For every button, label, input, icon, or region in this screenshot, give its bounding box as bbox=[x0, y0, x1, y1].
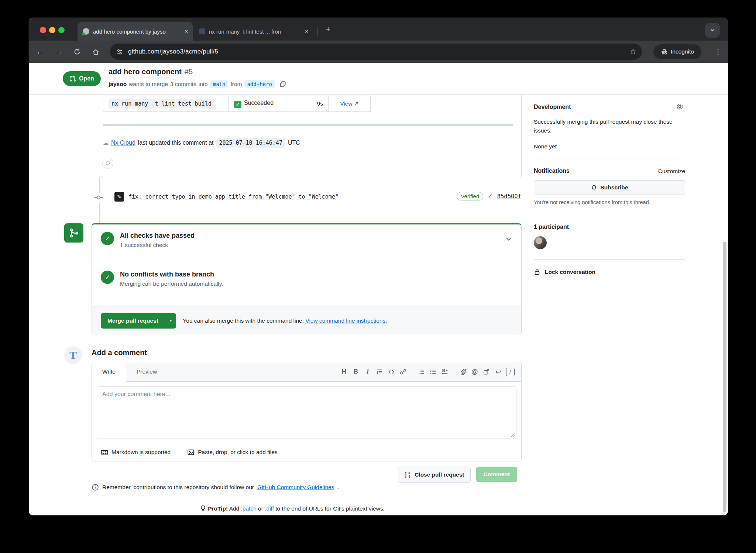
merge-button-group: Merge pull request ▾ bbox=[101, 313, 176, 329]
git-merge-icon bbox=[69, 228, 79, 238]
page-scrollbar[interactable] bbox=[723, 242, 726, 512]
check-command: nx run-many -t lint test build bbox=[109, 99, 214, 109]
close-tab-icon[interactable]: × bbox=[302, 27, 313, 35]
svg-text:1: 1 bbox=[418, 369, 420, 371]
maximize-window-button[interactable] bbox=[58, 27, 65, 33]
patch-link[interactable]: .patch bbox=[241, 505, 257, 512]
commit-marker-icon bbox=[94, 193, 103, 202]
tab-search-button[interactable] bbox=[705, 23, 720, 38]
comment-input[interactable] bbox=[97, 386, 516, 439]
close-tab-icon[interactable]: × bbox=[181, 27, 193, 35]
numbered-list-icon[interactable]: 12 bbox=[415, 365, 427, 378]
check-status: Succeeded bbox=[244, 100, 274, 106]
close-window-button[interactable] bbox=[40, 27, 46, 33]
site-settings-icon[interactable] bbox=[116, 48, 123, 55]
home-icon bbox=[92, 48, 100, 56]
caret-down-icon: ▾ bbox=[170, 318, 172, 323]
customize-link[interactable]: Customize bbox=[658, 168, 685, 175]
tab-pull-request[interactable]: add hero component by jayso × bbox=[78, 22, 193, 41]
cli-instructions-link[interactable]: View command line instructions. bbox=[305, 317, 387, 324]
update-timestamp: 2025-07-10 16:46:47 bbox=[216, 138, 285, 148]
community-guidelines-link[interactable]: GitHub Community Guidelines bbox=[257, 484, 334, 491]
code-icon[interactable] bbox=[385, 365, 397, 378]
base-branch-label[interactable]: main bbox=[210, 80, 228, 88]
external-arrow-icon: ↗ bbox=[354, 100, 359, 107]
cloud-icon: ☁ bbox=[103, 140, 109, 146]
bold-icon[interactable]: B bbox=[350, 365, 362, 378]
new-tab-button[interactable]: + bbox=[322, 23, 334, 35]
comment-input-wrap bbox=[97, 386, 516, 440]
mention-icon[interactable]: @ bbox=[469, 365, 481, 378]
tab-title: nx run-many -t lint test ... fron bbox=[209, 28, 302, 35]
url-text[interactable]: github.com/jaysoo3/acme/pull/5 bbox=[128, 48, 218, 55]
tab-write[interactable]: Write bbox=[92, 362, 126, 382]
comment-form-tabs: Write Preview H B I 12 bbox=[92, 362, 521, 382]
commit-message-link[interactable]: fix: correct typo in demo app title from… bbox=[128, 193, 339, 200]
lock-conversation-button[interactable]: Lock conversation bbox=[534, 269, 595, 275]
pr-sticky-header: Open add hero component#5 jaysoo wants t… bbox=[29, 63, 728, 95]
merge-options-dropdown[interactable]: ▾ bbox=[165, 313, 176, 329]
checks-passed-subtitle: 1 successful check bbox=[120, 242, 505, 248]
pen-icon: ✎ bbox=[117, 194, 121, 200]
closed-pr-icon bbox=[404, 471, 411, 478]
slash-command-icon[interactable]: / bbox=[504, 365, 516, 378]
check-command-cell: nx run-many -t lint test build bbox=[103, 96, 229, 112]
svg-text:2: 2 bbox=[418, 372, 420, 375]
italic-icon[interactable]: I bbox=[362, 365, 374, 378]
address-bar[interactable]: github.com/jaysoo3/acme/pull/5 ☆ bbox=[110, 44, 642, 60]
quote-icon[interactable] bbox=[374, 365, 385, 378]
participants-heading: 1 participant bbox=[534, 224, 569, 230]
attach-file-icon[interactable] bbox=[457, 365, 469, 378]
browser-window: add hero component by jayso × nx run-man… bbox=[29, 18, 728, 515]
back-button[interactable]: ← bbox=[33, 45, 47, 59]
heading-icon[interactable]: H bbox=[338, 365, 350, 378]
resize-grip-icon[interactable] bbox=[511, 433, 515, 437]
pr-title: add hero component#5 bbox=[109, 68, 193, 76]
reply-icon[interactable]: ↩ bbox=[492, 365, 504, 378]
development-settings-button[interactable] bbox=[676, 103, 684, 110]
head-branch-label[interactable]: add-hero bbox=[244, 80, 275, 88]
github-favicon bbox=[83, 28, 89, 35]
check-circle-icon: ✓ bbox=[101, 232, 114, 245]
bookmark-star-icon[interactable]: ☆ bbox=[629, 47, 637, 56]
tab-divider bbox=[317, 27, 318, 36]
link-icon[interactable] bbox=[397, 365, 409, 378]
diff-link[interactable]: .diff bbox=[265, 505, 274, 512]
commit-sha-link[interactable]: 85d500f bbox=[497, 193, 521, 200]
gear-icon bbox=[676, 103, 684, 110]
upload-files-button[interactable]: Paste, drop, or click to add files bbox=[187, 449, 277, 456]
checks-passed-section[interactable]: ✓ All checks have passed 1 successful ch… bbox=[92, 224, 521, 263]
verified-badge[interactable]: Verified bbox=[457, 192, 483, 200]
cross-reference-icon[interactable] bbox=[481, 365, 492, 378]
tab-nx-run[interactable]: nx run-many -t lint test ... fron × bbox=[194, 22, 313, 41]
add-reaction-button[interactable]: ☺ bbox=[102, 158, 113, 169]
comment-submit-button[interactable]: Comment bbox=[476, 467, 517, 482]
browser-menu-button[interactable]: ⋮ bbox=[711, 45, 725, 59]
nx-cloud-link[interactable]: Nx Cloud bbox=[111, 140, 135, 146]
commit-author-avatar[interactable]: ✎ bbox=[114, 192, 124, 202]
bullet-list-icon[interactable] bbox=[427, 365, 439, 378]
close-pull-request-button[interactable]: Close pull request bbox=[398, 467, 470, 483]
commit-meta: Verified ✓ 85d500f bbox=[457, 192, 521, 200]
chevron-down-icon bbox=[709, 27, 716, 34]
markdown-supported-note[interactable]: Markdown is supported bbox=[101, 449, 171, 456]
merge-pull-request-button[interactable]: Merge pull request bbox=[101, 313, 165, 329]
tab-preview[interactable]: Preview bbox=[126, 368, 167, 375]
forward-button[interactable]: → bbox=[52, 45, 66, 59]
copy-icon[interactable] bbox=[279, 81, 286, 88]
expand-checks-icon[interactable] bbox=[505, 236, 512, 243]
pull-request-icon bbox=[69, 75, 76, 82]
minimize-window-button[interactable] bbox=[49, 27, 55, 33]
participant-avatar[interactable] bbox=[534, 236, 547, 249]
view-run-link[interactable]: View ↗ bbox=[340, 100, 359, 107]
merge-box-footer: Merge pull request ▾ You can also merge … bbox=[92, 306, 521, 335]
smiley-icon: ☺ bbox=[105, 160, 111, 166]
home-button[interactable] bbox=[89, 45, 103, 59]
subscribe-button[interactable]: Subscribe bbox=[534, 180, 685, 195]
reload-button[interactable] bbox=[70, 45, 84, 59]
pr-number: #5 bbox=[185, 68, 193, 76]
check-view-cell: View ↗ bbox=[329, 96, 371, 112]
merge-status-avatar bbox=[64, 223, 83, 243]
task-list-icon[interactable] bbox=[439, 365, 451, 378]
pr-author[interactable]: jaysoo bbox=[109, 81, 127, 87]
